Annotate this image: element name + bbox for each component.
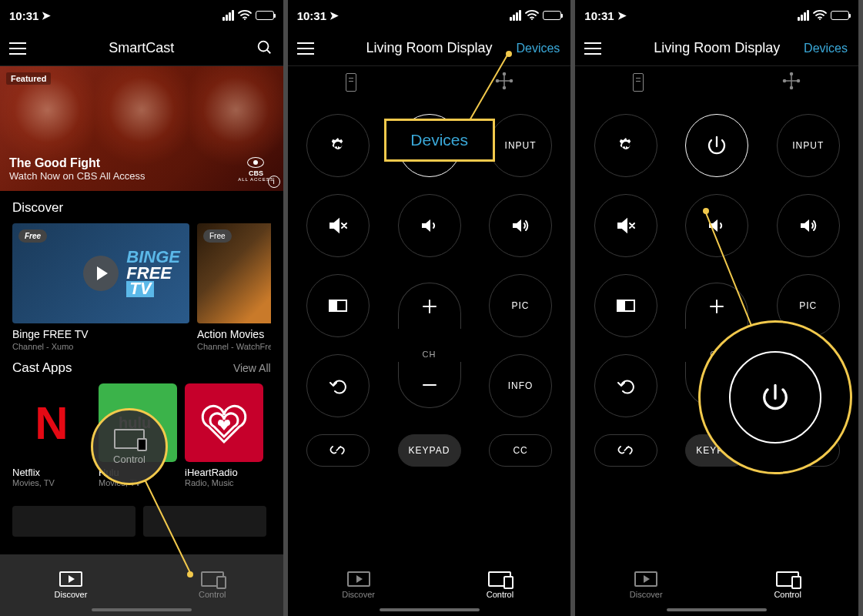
input-button[interactable]: INPUT xyxy=(489,114,552,177)
channel-label: CH xyxy=(710,350,724,359)
remote-list-icon[interactable] xyxy=(633,73,644,92)
power-button[interactable] xyxy=(685,114,748,177)
clock: 10:31 xyxy=(9,9,38,22)
svg-point-10 xyxy=(503,73,505,75)
app-header: Living Room Display Devices xyxy=(288,31,571,66)
battery-icon xyxy=(543,11,561,20)
featured-badge: Featured xyxy=(6,72,51,85)
svg-point-9 xyxy=(531,18,533,20)
channel-label: CH xyxy=(423,350,437,359)
volume-up-button[interactable] xyxy=(489,194,552,257)
info-button[interactable]: INFO xyxy=(777,354,840,417)
pic-button[interactable]: PIC xyxy=(777,274,840,337)
control-icon xyxy=(488,571,511,587)
keypad-button[interactable]: KEYPAD xyxy=(398,434,461,467)
location-icon: ➤ xyxy=(42,9,51,22)
channel-down-button[interactable] xyxy=(398,362,461,408)
tab-discover[interactable]: Discover xyxy=(575,554,717,616)
featured-banner[interactable]: Featured The Good Fight Watch Now on CBS… xyxy=(0,66,283,191)
info-button[interactable]: INFO xyxy=(489,354,552,417)
mute-button[interactable] xyxy=(594,194,657,257)
discover-icon xyxy=(347,571,370,587)
svg-text:hulu: hulu xyxy=(119,414,151,431)
cell-signal-icon xyxy=(222,10,234,21)
aspect-button[interactable] xyxy=(594,274,657,337)
cc-button[interactable]: CC xyxy=(489,434,552,467)
pic-button[interactable]: PIC xyxy=(489,274,552,337)
channel-down-button[interactable] xyxy=(685,362,748,408)
cc-button[interactable]: CC xyxy=(777,434,840,467)
volume-down-button[interactable] xyxy=(685,194,748,257)
menu-button[interactable] xyxy=(297,42,314,55)
discover-card[interactable]: Free Action Movies Channel - WatchFree xyxy=(197,223,271,351)
keypad-button[interactable]: KEYPAD xyxy=(685,434,748,467)
remote-subheader xyxy=(288,66,571,99)
free-tag: Free xyxy=(203,229,232,243)
search-button[interactable] xyxy=(256,38,273,59)
card-title: Binge FREE TV xyxy=(12,328,189,340)
location-icon: ➤ xyxy=(617,9,627,22)
menu-button[interactable] xyxy=(9,42,26,55)
battery-icon xyxy=(831,11,849,20)
screen-1-smartcast-home: 10:31➤ SmartCast Featured The Good Fight… xyxy=(0,0,288,616)
power-button[interactable] xyxy=(398,114,461,177)
add-device-button[interactable] xyxy=(495,72,513,93)
control-icon xyxy=(776,571,799,587)
back-button[interactable] xyxy=(306,354,370,417)
channel-up-button[interactable] xyxy=(685,283,748,329)
section-title: Discover xyxy=(12,200,63,216)
channel-up-button[interactable] xyxy=(398,283,461,329)
view-all-link[interactable]: View All xyxy=(233,362,271,374)
featured-subtitle: Watch Now on CBS All Access xyxy=(9,170,146,182)
remote-button-grid: INPUT PIC CH INFO KEYPAD CC xyxy=(288,99,571,467)
app-header: SmartCast xyxy=(0,31,283,66)
settings-button[interactable] xyxy=(306,114,370,177)
svg-point-16 xyxy=(791,87,793,89)
volume-down-button[interactable] xyxy=(398,194,461,257)
svg-point-13 xyxy=(510,80,512,82)
location-icon: ➤ xyxy=(329,9,339,22)
tab-control[interactable]: Control xyxy=(430,554,571,616)
control-icon xyxy=(201,571,224,587)
remote-list-icon[interactable] xyxy=(346,73,356,92)
add-device-button[interactable] xyxy=(782,72,801,93)
svg-point-15 xyxy=(791,73,793,75)
bottom-tab-bar: Discover Control xyxy=(0,554,283,616)
home-indicator[interactable] xyxy=(380,608,480,611)
link-button[interactable] xyxy=(594,434,657,467)
svg-point-17 xyxy=(784,80,786,82)
card-title: Action Movies xyxy=(197,328,271,340)
svg-point-11 xyxy=(503,87,505,89)
mute-button[interactable] xyxy=(306,194,370,257)
card-subtitle: Channel - Xumo xyxy=(12,342,189,351)
settings-button[interactable] xyxy=(594,114,657,177)
input-button[interactable]: INPUT xyxy=(777,114,840,177)
tab-control[interactable]: Control xyxy=(717,554,858,616)
volume-up-button[interactable] xyxy=(777,194,840,257)
app-tile-iheart[interactable]: iHeartRadio Radio, Music xyxy=(185,383,263,487)
link-button[interactable] xyxy=(306,434,370,467)
devices-link[interactable]: Devices xyxy=(804,42,848,55)
home-indicator[interactable] xyxy=(92,608,192,611)
remote-button-grid: INPUT PIC CH INFO KEYPAD CC xyxy=(575,99,858,467)
tab-discover[interactable]: Discover xyxy=(288,554,430,616)
menu-button[interactable] xyxy=(584,42,601,55)
app-tile-netflix[interactable]: N Netflix Movies, TV xyxy=(12,383,91,487)
devices-link[interactable]: Devices xyxy=(516,42,560,55)
info-icon[interactable]: i xyxy=(268,176,280,188)
featured-title: The Good Fight xyxy=(9,156,146,170)
back-button[interactable] xyxy=(594,354,657,417)
home-indicator[interactable] xyxy=(667,608,767,611)
tab-discover[interactable]: Discover xyxy=(0,554,142,616)
cast-apps-section: Cast Apps View All N Netflix Movies, TV … xyxy=(0,351,283,487)
svg-point-7 xyxy=(244,18,246,20)
play-icon xyxy=(83,256,119,291)
app-tile-hulu[interactable]: hulu Hulu Movies, TV xyxy=(99,383,177,487)
aspect-button[interactable] xyxy=(306,274,370,337)
tab-control[interactable]: Control xyxy=(142,554,283,616)
page-title: Living Room Display xyxy=(654,40,780,56)
discover-card[interactable]: Free BINGE FREE TV Binge FREE TV Channel… xyxy=(12,223,189,351)
page-title: SmartCast xyxy=(109,40,174,56)
clock: 10:31 xyxy=(297,9,326,22)
bottom-tab-bar: Discover Control xyxy=(575,554,858,616)
